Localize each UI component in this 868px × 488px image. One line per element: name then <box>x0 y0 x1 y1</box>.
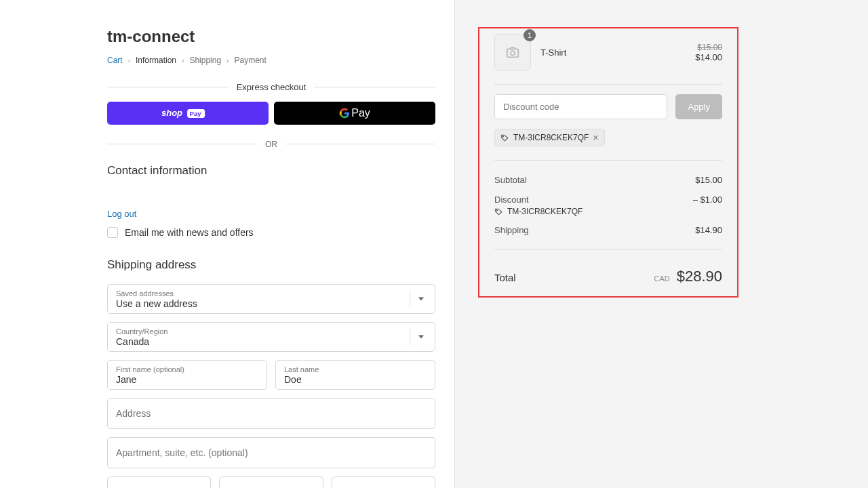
discount-code-line: TM-3ICR8CKEK7QF <box>494 207 722 216</box>
tag-icon <box>500 134 509 142</box>
svg-text:Pay: Pay <box>190 110 202 117</box>
applied-discount-tag: TM-3ICR8CKEK7QF × <box>494 129 605 146</box>
cart-item: 1 T-Shirt $15.00 $14.00 <box>494 34 722 70</box>
order-summary: 1 T-Shirt $15.00 $14.00 Apply TM-3ICR8CK… <box>478 27 738 298</box>
discount-value: – $1.00 <box>693 195 722 205</box>
province-select[interactable]: Province <box>219 476 323 488</box>
quantity-badge: 1 <box>524 29 536 41</box>
last-name-field[interactable]: Last name Doe <box>275 360 435 390</box>
svg-point-6 <box>496 209 497 210</box>
product-thumbnail: 1 <box>494 34 531 70</box>
breadcrumb-shipping: Shipping <box>189 56 221 65</box>
city-field[interactable]: City <box>107 476 211 488</box>
apartment-field[interactable]: Apartment, suite, etc. (optional) <box>107 437 435 468</box>
breadcrumb: Cart › Information › Shipping › Payment <box>107 56 435 65</box>
item-price: $14.00 <box>695 52 722 62</box>
camera-icon <box>505 45 520 60</box>
shop-pay-icon: shop Pay <box>161 107 214 119</box>
breadcrumb-information: Information <box>136 56 176 65</box>
or-divider: OR <box>107 138 435 149</box>
product-title: T-Shirt <box>540 47 686 58</box>
original-price: $15.00 <box>695 43 722 52</box>
svg-point-4 <box>511 51 515 55</box>
saved-addresses-select[interactable]: Saved addresses Use a new address <box>107 284 435 314</box>
shipping-heading: Shipping address <box>107 258 435 272</box>
logout-link[interactable]: Log out <box>107 209 136 219</box>
subtotal-label: Subtotal <box>494 175 527 185</box>
shop-pay-button[interactable]: shop Pay <box>107 102 269 125</box>
google-pay-button[interactable]: Pay <box>274 102 435 125</box>
email-news-checkbox[interactable] <box>107 227 118 238</box>
total-value: $28.90 <box>677 268 722 285</box>
chevron-right-icon: › <box>128 57 130 64</box>
chevron-right-icon: › <box>182 57 184 64</box>
subtotal-value: $15.00 <box>695 175 722 185</box>
email-news-label: Email me with news and offers <box>125 227 254 238</box>
discount-label: Discount <box>494 195 529 205</box>
svg-point-5 <box>502 136 503 136</box>
country-label: Country/Region <box>116 327 427 336</box>
svg-rect-3 <box>507 49 519 57</box>
breadcrumb-payment: Payment <box>234 56 266 65</box>
contact-heading: Contact information <box>107 164 435 178</box>
shipping-label: Shipping <box>494 225 529 235</box>
remove-discount-icon[interactable]: × <box>593 133 598 142</box>
breadcrumb-cart[interactable]: Cart <box>107 56 123 65</box>
saved-addresses-label: Saved addresses <box>116 289 427 298</box>
svg-text:shop: shop <box>161 108 182 118</box>
total-label: Total <box>494 272 516 283</box>
express-checkout-divider: Express checkout <box>107 81 435 92</box>
page-title: tm-connect <box>107 27 435 46</box>
last-name-label: Last name <box>284 365 427 373</box>
tag-icon <box>494 207 503 216</box>
first-name-field[interactable]: First name (optional) Jane <box>107 360 267 390</box>
discount-code-input[interactable] <box>494 94 667 119</box>
shipping-value: $14.90 <box>695 225 722 235</box>
first-name-label: First name (optional) <box>116 365 258 373</box>
country-select[interactable]: Country/Region Canada <box>107 322 435 352</box>
chevron-right-icon: › <box>226 57 229 64</box>
apply-button[interactable]: Apply <box>675 94 722 119</box>
address-field[interactable]: Address <box>107 398 435 429</box>
google-pay-icon: Pay <box>339 107 370 119</box>
postal-code-field[interactable]: Postal code <box>332 476 435 488</box>
total-currency: CAD <box>654 274 670 283</box>
